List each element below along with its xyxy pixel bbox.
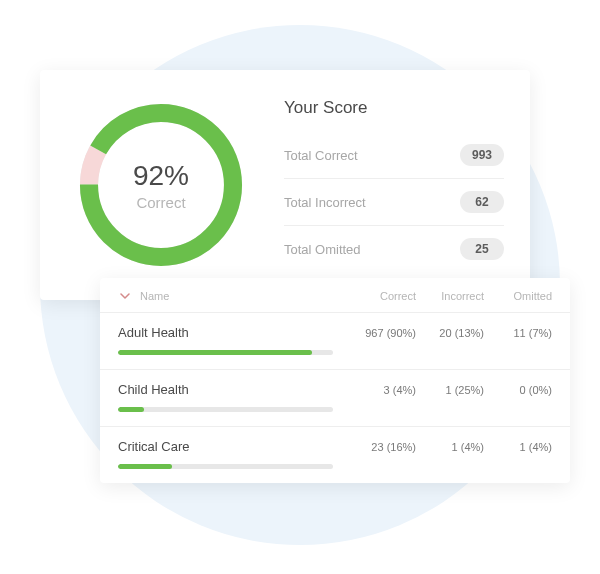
stat-row: Total Omitted25 [284, 226, 504, 272]
progress-bar [118, 350, 333, 355]
row-incorrect: 1 (4%) [416, 441, 484, 453]
score-info: Your Score Total Correct993Total Incorre… [256, 98, 504, 272]
progress-bar-fill [118, 350, 312, 355]
row-omitted: 11 (7%) [484, 327, 552, 339]
row-correct: 967 (90%) [348, 327, 416, 339]
progress-bar-fill [118, 407, 144, 412]
progress-bar-fill [118, 464, 172, 469]
score-donut-chart: 92% Correct [66, 90, 256, 280]
row-correct: 23 (16%) [348, 441, 416, 453]
row-name: Child Health [118, 382, 348, 397]
progress-bar [118, 464, 333, 469]
header-correct[interactable]: Correct [348, 290, 416, 302]
row-incorrect: 20 (13%) [416, 327, 484, 339]
stat-row: Total Correct993 [284, 132, 504, 179]
stat-value-pill: 25 [460, 238, 504, 260]
stat-value-pill: 993 [460, 144, 504, 166]
stat-label: Total Incorrect [284, 195, 366, 210]
score-title: Your Score [284, 98, 504, 118]
row-omitted: 0 (0%) [484, 384, 552, 396]
score-percent-label: Correct [133, 194, 189, 211]
row-name: Adult Health [118, 325, 348, 340]
table-row: Adult Health967 (90%)20 (13%)11 (7%) [100, 312, 570, 369]
score-percent: 92% [133, 160, 189, 192]
table-row: Critical Care23 (16%)1 (4%)1 (4%) [100, 426, 570, 483]
header-omitted[interactable]: Omitted [484, 290, 552, 302]
table-row: Child Health3 (4%)1 (25%)0 (0%) [100, 369, 570, 426]
row-incorrect: 1 (25%) [416, 384, 484, 396]
score-card: 92% Correct Your Score Total Correct993T… [40, 70, 530, 300]
row-omitted: 1 (4%) [484, 441, 552, 453]
row-name: Critical Care [118, 439, 348, 454]
category-table-card: Name Correct Incorrect Omitted Adult Hea… [100, 278, 570, 483]
stat-label: Total Correct [284, 148, 358, 163]
table-header-row: Name Correct Incorrect Omitted [100, 278, 570, 312]
header-incorrect[interactable]: Incorrect [416, 290, 484, 302]
chevron-down-icon[interactable] [118, 291, 132, 301]
stat-row: Total Incorrect62 [284, 179, 504, 226]
stat-label: Total Omitted [284, 242, 361, 257]
header-name[interactable]: Name [140, 290, 348, 302]
stat-value-pill: 62 [460, 191, 504, 213]
row-correct: 3 (4%) [348, 384, 416, 396]
progress-bar [118, 407, 333, 412]
